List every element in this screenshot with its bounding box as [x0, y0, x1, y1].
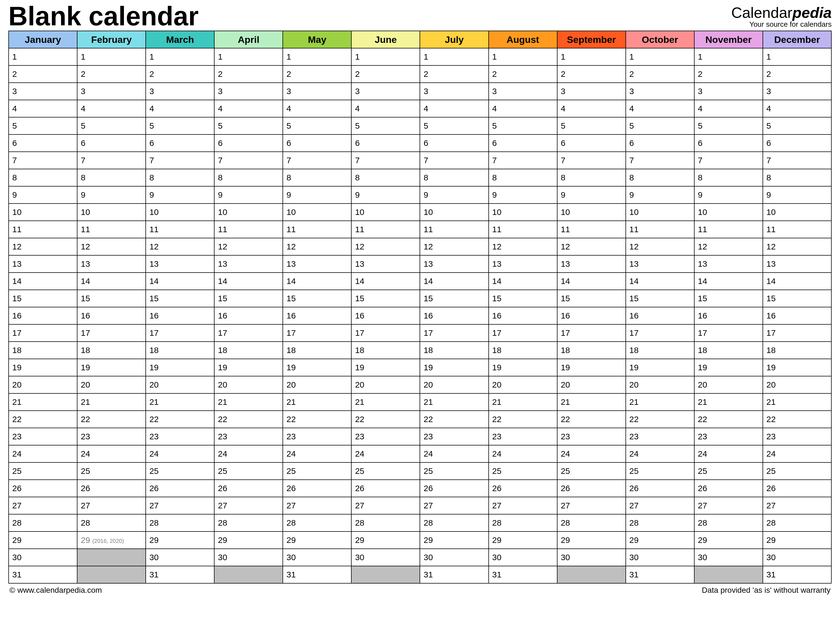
day-cell: 7 — [626, 152, 694, 169]
day-cell: 18 — [283, 342, 351, 359]
day-cell: 30 — [694, 549, 763, 566]
day-cell: 4 — [557, 100, 626, 117]
day-cell: 13 — [489, 255, 557, 273]
day-cell: 25 — [146, 462, 214, 480]
table-row: 252525252525252525252525 — [9, 462, 831, 480]
table-row: 31313131313131 — [9, 566, 831, 583]
day-cell: 30 — [283, 549, 351, 566]
day-cell: 19 — [489, 359, 557, 376]
day-cell: 6 — [351, 134, 420, 152]
day-cell: 1 — [420, 48, 488, 65]
day-cell: 1 — [489, 48, 557, 65]
day-cell: 26 — [9, 480, 77, 497]
day-cell: 21 — [626, 393, 694, 411]
day-cell: 15 — [283, 290, 351, 307]
table-row: 2929(2016, 2020)29292929292929292929 — [9, 531, 831, 549]
day-cell: 29 — [214, 531, 283, 549]
brand-part1: Calendar — [731, 4, 793, 21]
day-cell: 21 — [9, 393, 77, 411]
day-cell: 2 — [420, 65, 488, 83]
day-cell: 21 — [694, 393, 763, 411]
day-cell: 9 — [77, 186, 146, 203]
day-cell: 14 — [283, 273, 351, 290]
day-cell: 14 — [146, 273, 214, 290]
day-cell: 30 — [351, 549, 420, 566]
day-cell: 30 — [557, 549, 626, 566]
day-cell: 17 — [77, 325, 146, 342]
table-row: 262626262626262626262626 — [9, 480, 831, 497]
day-cell: 28 — [283, 514, 351, 531]
day-cell: 31 — [146, 566, 214, 583]
day-cell: 18 — [763, 342, 831, 359]
table-row: 888888888888 — [9, 169, 831, 186]
day-cell: 1 — [77, 48, 146, 65]
day-cell: 3 — [146, 83, 214, 100]
day-cell: 27 — [9, 497, 77, 514]
month-header-march: March — [146, 31, 214, 48]
day-cell: 17 — [420, 325, 488, 342]
day-cell: 17 — [214, 325, 283, 342]
day-cell: 27 — [283, 497, 351, 514]
day-cell: 28 — [214, 514, 283, 531]
day-cell: 8 — [77, 169, 146, 186]
day-cell: 11 — [77, 221, 146, 238]
day-cell: 1 — [214, 48, 283, 65]
day-cell: 20 — [9, 376, 77, 393]
day-cell: 22 — [9, 411, 77, 428]
day-cell — [351, 566, 420, 583]
day-cell: 18 — [420, 342, 488, 359]
day-cell: 22 — [626, 411, 694, 428]
day-cell: 31 — [9, 566, 77, 583]
day-cell: 1 — [351, 48, 420, 65]
table-row: 141414141414141414141414 — [9, 273, 831, 290]
table-row: 333333333333 — [9, 83, 831, 100]
month-header-february: February — [77, 31, 146, 48]
day-cell: 20 — [420, 376, 488, 393]
day-cell: 5 — [77, 117, 146, 134]
day-cell: 17 — [763, 325, 831, 342]
day-cell: 13 — [283, 255, 351, 273]
day-cell: 28 — [763, 514, 831, 531]
day-cell: 11 — [694, 221, 763, 238]
day-cell: 8 — [283, 169, 351, 186]
calendar-table: JanuaryFebruaryMarchAprilMayJuneJulyAugu… — [8, 31, 832, 583]
day-cell: 8 — [626, 169, 694, 186]
day-cell: 29 — [763, 531, 831, 549]
day-cell: 19 — [146, 359, 214, 376]
day-cell: 23 — [763, 428, 831, 445]
day-cell: 13 — [9, 255, 77, 273]
day-cell: 21 — [420, 393, 488, 411]
day-cell: 6 — [214, 134, 283, 152]
day-cell: 9 — [763, 186, 831, 203]
day-cell: 17 — [283, 325, 351, 342]
day-cell: 12 — [283, 238, 351, 255]
day-cell: 13 — [77, 255, 146, 273]
page-header: Blank calendar Calendarpedia Your source… — [8, 3, 832, 31]
day-cell: 3 — [694, 83, 763, 100]
footer-copyright: © www.calendarpedia.com — [9, 586, 102, 595]
day-cell: 9 — [420, 186, 488, 203]
day-cell: 12 — [77, 238, 146, 255]
day-cell: 17 — [694, 325, 763, 342]
day-cell: 17 — [489, 325, 557, 342]
day-cell: 12 — [557, 238, 626, 255]
day-cell: 16 — [77, 307, 146, 325]
day-cell: 13 — [214, 255, 283, 273]
day-cell: 30 — [489, 549, 557, 566]
day-cell: 23 — [77, 428, 146, 445]
table-row: 171717171717171717171717 — [9, 325, 831, 342]
day-cell: 10 — [9, 203, 77, 221]
day-cell: 13 — [146, 255, 214, 273]
day-cell: 7 — [77, 152, 146, 169]
day-cell: 19 — [557, 359, 626, 376]
day-cell: 25 — [420, 462, 488, 480]
day-cell: 29 — [420, 531, 488, 549]
day-cell: 24 — [214, 445, 283, 462]
day-cell: 5 — [420, 117, 488, 134]
table-row: 282828282828282828282828 — [9, 514, 831, 531]
day-cell: 14 — [557, 273, 626, 290]
day-cell: 12 — [763, 238, 831, 255]
day-cell: 24 — [763, 445, 831, 462]
day-cell: 22 — [351, 411, 420, 428]
month-header-april: April — [214, 31, 283, 48]
